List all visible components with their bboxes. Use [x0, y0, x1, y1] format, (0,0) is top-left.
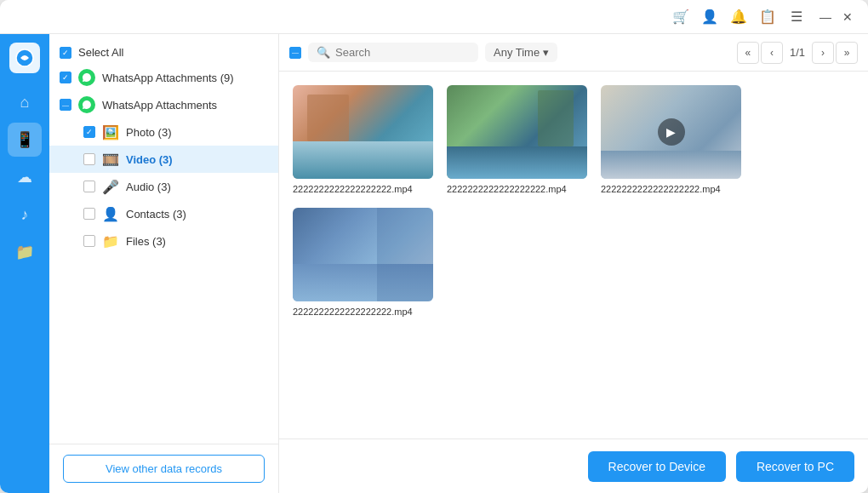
video-filename-3: 2222222222222222222.mp4	[601, 184, 741, 194]
contacts-label: Contacts (3)	[126, 208, 268, 221]
user-icon[interactable]: 👤	[698, 5, 722, 29]
tree-item-whatsapp[interactable]: WhatsApp Attachments	[49, 91, 278, 118]
tree-panel: Select All Wh	[49, 34, 279, 493]
tree-footer: View other data records	[49, 444, 278, 493]
video-thumb-1	[293, 85, 433, 179]
select-all-label: Select All	[78, 46, 268, 59]
video-card-2[interactable]: 2222222222222222222.mp4	[447, 85, 587, 194]
photo-icon: 🖼️	[102, 123, 119, 140]
tree-item-audio[interactable]: 🎤 Audio (3)	[49, 173, 278, 200]
video-filename-4: 2222222222222222222.mp4	[293, 307, 433, 317]
contacts-checkbox[interactable]	[83, 208, 95, 220]
prev-page-button[interactable]: ‹	[761, 42, 783, 64]
whatsapp-checkbox[interactable]	[60, 99, 71, 111]
whatsapp-label: WhatsApp Attachments	[102, 99, 268, 112]
device-icon: 📱	[15, 130, 34, 149]
main-panel: 🔍 Any Time ▾ « ‹ 1/1 › »	[279, 34, 868, 493]
toolbar-select-checkbox[interactable]	[289, 47, 301, 59]
audio-checkbox[interactable]	[83, 181, 95, 192]
app-logo	[9, 43, 40, 73]
cloud-icon: ☁	[17, 168, 32, 186]
video-grid: 2222222222222222222.mp4 2222222222222222…	[279, 72, 868, 439]
view-other-button[interactable]: View other data records	[63, 455, 265, 483]
video-label: Video (3)	[126, 153, 268, 166]
files-icon: 📁	[102, 232, 119, 249]
toolbar: 🔍 Any Time ▾ « ‹ 1/1 › »	[279, 34, 868, 72]
music-icon: ♪	[21, 206, 29, 224]
video-card-4[interactable]: 2222222222222222222.mp4	[293, 208, 433, 317]
files-label: Files (3)	[126, 235, 268, 248]
search-box: 🔍	[308, 43, 478, 62]
clipboard-icon[interactable]: 📋	[756, 5, 779, 29]
sidebar-item-device[interactable]: 📱	[8, 123, 42, 157]
titlebar: 🛒 👤 🔔 📋 ☰ — ✕	[0, 0, 868, 34]
video-filename-2: 2222222222222222222.mp4	[447, 184, 587, 194]
time-filter-label: Any Time	[494, 46, 540, 59]
pagination: « ‹ 1/1 › »	[737, 42, 858, 64]
main-layout: ⌂ 📱 ☁ ♪ 📁 Select	[0, 34, 868, 493]
folder-icon: 📁	[15, 243, 34, 261]
sidebar-item-music[interactable]: ♪	[8, 198, 42, 232]
whatsapp-icon	[78, 69, 95, 86]
sidebar-item-cloud[interactable]: ☁	[8, 160, 42, 194]
window-controls: — ✕	[815, 7, 858, 27]
select-all-checkbox[interactable]	[60, 47, 71, 59]
audio-label: Audio (3)	[126, 181, 268, 193]
cart-icon[interactable]: 🛒	[669, 5, 693, 29]
video-thumb-2	[447, 85, 587, 179]
audio-icon: 🎤	[102, 178, 119, 195]
video-thumb-4	[293, 208, 433, 301]
bottom-bar: Recover to Device Recover to PC	[279, 439, 868, 493]
tree-item-files[interactable]: 📁 Files (3)	[49, 227, 278, 255]
sidebar-item-files[interactable]: 📁	[8, 235, 42, 269]
files-checkbox[interactable]	[83, 235, 95, 247]
tree-item-video[interactable]: 🎞️ Video (3)	[49, 146, 278, 173]
last-page-button[interactable]: »	[836, 42, 858, 64]
video-card-1[interactable]: 2222222222222222222.mp4	[293, 85, 433, 194]
tree-item-photo[interactable]: 🖼️ Photo (3)	[49, 118, 278, 146]
select-all-item[interactable]: Select All	[49, 41, 278, 64]
whatsapp-9-label: WhatsApp Attachments (9)	[102, 72, 268, 84]
search-icon: 🔍	[317, 46, 330, 59]
first-page-button[interactable]: «	[737, 42, 759, 64]
tree-content: Select All Wh	[49, 34, 278, 444]
sidebar-left: ⌂ 📱 ☁ ♪ 📁	[0, 34, 49, 493]
time-filter-dropdown[interactable]: Any Time ▾	[485, 43, 557, 62]
bell-icon[interactable]: 🔔	[727, 5, 751, 29]
whatsapp-icon-2	[78, 96, 95, 113]
close-button[interactable]: ✕	[837, 7, 858, 27]
tree-item-contacts[interactable]: 👤 Contacts (3)	[49, 200, 278, 227]
main-window: 🛒 👤 🔔 📋 ☰ — ✕ ⌂	[0, 0, 868, 493]
chevron-down-icon: ▾	[543, 46, 549, 59]
menu-icon[interactable]: ☰	[785, 5, 808, 29]
search-input[interactable]	[335, 46, 470, 59]
photo-label: Photo (3)	[126, 126, 268, 139]
video-checkbox[interactable]	[83, 153, 95, 165]
logo-icon	[9, 43, 40, 73]
recover-pc-button[interactable]: Recover to PC	[736, 451, 854, 482]
photo-checkbox[interactable]	[83, 126, 95, 138]
video-card-3[interactable]: ▶ 2222222222222222222.mp4	[601, 85, 741, 194]
next-page-button[interactable]: ›	[812, 42, 834, 64]
whatsapp-9-checkbox[interactable]	[60, 72, 71, 83]
recover-device-button[interactable]: Recover to Device	[588, 451, 726, 482]
video-icon: 🎞️	[102, 151, 119, 168]
contacts-icon: 👤	[102, 205, 119, 222]
video-filename-1: 2222222222222222222.mp4	[293, 184, 433, 194]
content-area: Select All Wh	[49, 34, 868, 493]
page-info: 1/1	[785, 46, 810, 59]
home-icon: ⌂	[20, 94, 30, 112]
video-thumb-3: ▶	[601, 85, 741, 179]
sidebar-item-home[interactable]: ⌂	[8, 85, 42, 119]
titlebar-action-icons: 🛒 👤 🔔 📋 ☰	[669, 5, 808, 29]
tree-item-whatsapp-9[interactable]: WhatsApp Attachments (9)	[49, 64, 278, 91]
play-button-icon: ▶	[658, 118, 685, 146]
minimize-button[interactable]: —	[815, 7, 836, 27]
